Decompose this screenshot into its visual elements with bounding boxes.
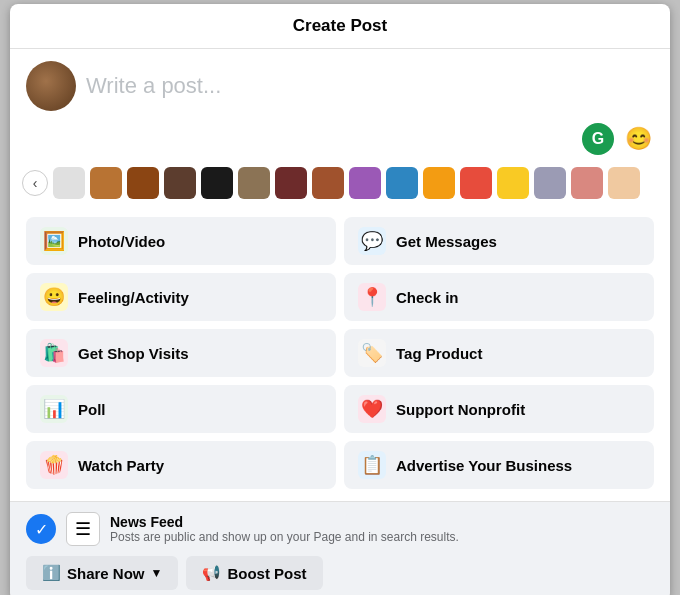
emoji-swatch[interactable] xyxy=(53,167,85,199)
action-photo-video-label: Photo/Video xyxy=(78,233,165,250)
create-post-modal: Create Post Write a post... G 😊 ‹ 🖼️ Pho… xyxy=(10,4,670,595)
audience-text: News Feed Posts are public and show up o… xyxy=(110,514,654,544)
emoji-swatch[interactable] xyxy=(238,167,270,199)
emoji-swatch[interactable] xyxy=(127,167,159,199)
emoji-swatch[interactable] xyxy=(90,167,122,199)
boost-megaphone-icon: 📢 xyxy=(202,564,221,582)
action-support-nonprofit-label: Support Nonprofit xyxy=(396,401,525,418)
action-check-in-label: Check in xyxy=(396,289,459,306)
emoji-swatch[interactable] xyxy=(312,167,344,199)
emoji-swatch[interactable] xyxy=(275,167,307,199)
action-get-shop-visits-label: Get Shop Visits xyxy=(78,345,189,362)
avatar xyxy=(26,61,76,111)
footer-area: ✓ ☰ News Feed Posts are public and show … xyxy=(10,501,670,595)
share-now-button[interactable]: ℹ️ Share Now ▼ xyxy=(26,556,178,590)
action-feeling-activity[interactable]: 😀 Feeling/Activity xyxy=(26,273,336,321)
footer-buttons: ℹ️ Share Now ▼ 📢 Boost Post xyxy=(26,556,654,590)
emoji-picker-icon[interactable]: 😊 xyxy=(622,123,654,155)
action-get-shop-visits[interactable]: 🛍️ Get Shop Visits xyxy=(26,329,336,377)
boost-post-label: Boost Post xyxy=(227,565,306,582)
post-input[interactable]: Write a post... xyxy=(86,73,221,99)
photo-video-icon: 🖼️ xyxy=(40,227,68,255)
modal-title: Create Post xyxy=(10,4,670,49)
action-poll[interactable]: 📊 Poll xyxy=(26,385,336,433)
emoji-swatch[interactable] xyxy=(423,167,455,199)
share-dropdown-arrow[interactable]: ▼ xyxy=(151,566,163,580)
action-feeling-activity-label: Feeling/Activity xyxy=(78,289,189,306)
action-watch-party[interactable]: 🍿 Watch Party xyxy=(26,441,336,489)
avatar-image xyxy=(26,61,76,111)
share-info-icon: ℹ️ xyxy=(42,564,61,582)
action-watch-party-label: Watch Party xyxy=(78,457,164,474)
emoji-swatch[interactable] xyxy=(386,167,418,199)
emoji-swatch[interactable] xyxy=(201,167,233,199)
poll-icon: 📊 xyxy=(40,395,68,423)
advertise-business-icon: 📋 xyxy=(358,451,386,479)
grammarly-icon[interactable]: G xyxy=(582,123,614,155)
tag-product-icon: 🏷️ xyxy=(358,339,386,367)
emoji-swatch[interactable] xyxy=(349,167,381,199)
emoji-swatch[interactable] xyxy=(460,167,492,199)
action-poll-label: Poll xyxy=(78,401,106,418)
action-get-messages-label: Get Messages xyxy=(396,233,497,250)
watch-party-icon: 🍿 xyxy=(40,451,68,479)
action-get-messages[interactable]: 💬 Get Messages xyxy=(344,217,654,265)
share-now-label: Share Now xyxy=(67,565,145,582)
action-tag-product-label: Tag Product xyxy=(396,345,482,362)
emoji-swatch[interactable] xyxy=(534,167,566,199)
news-feed-icon: ☰ xyxy=(66,512,100,546)
emoji-nav-prev[interactable]: ‹ xyxy=(22,170,48,196)
action-tag-product[interactable]: 🏷️ Tag Product xyxy=(344,329,654,377)
audience-desc: Posts are public and show up on your Pag… xyxy=(110,530,654,544)
emoji-swatch[interactable] xyxy=(497,167,529,199)
action-check-in[interactable]: 📍 Check in xyxy=(344,273,654,321)
get-shop-visits-icon: 🛍️ xyxy=(40,339,68,367)
audience-title: News Feed xyxy=(110,514,654,530)
support-nonprofit-icon: ❤️ xyxy=(358,395,386,423)
emoji-swatch[interactable] xyxy=(571,167,603,199)
actions-grid: 🖼️ Photo/Video 💬 Get Messages 😀 Feeling/… xyxy=(10,209,670,501)
feeling-activity-icon: 😀 xyxy=(40,283,68,311)
action-photo-video[interactable]: 🖼️ Photo/Video xyxy=(26,217,336,265)
selected-checkmark: ✓ xyxy=(26,514,56,544)
toolbar: G 😊 xyxy=(10,123,670,163)
audience-row: ✓ ☰ News Feed Posts are public and show … xyxy=(26,512,654,546)
check-in-icon: 📍 xyxy=(358,283,386,311)
action-support-nonprofit[interactable]: ❤️ Support Nonprofit xyxy=(344,385,654,433)
post-area: Write a post... xyxy=(10,49,670,123)
emoji-strip: ‹ xyxy=(10,163,670,209)
action-advertise-business-label: Advertise Your Business xyxy=(396,457,572,474)
get-messages-icon: 💬 xyxy=(358,227,386,255)
emoji-swatch[interactable] xyxy=(164,167,196,199)
action-advertise-business[interactable]: 📋 Advertise Your Business xyxy=(344,441,654,489)
boost-post-button[interactable]: 📢 Boost Post xyxy=(186,556,322,590)
emoji-swatch[interactable] xyxy=(608,167,640,199)
